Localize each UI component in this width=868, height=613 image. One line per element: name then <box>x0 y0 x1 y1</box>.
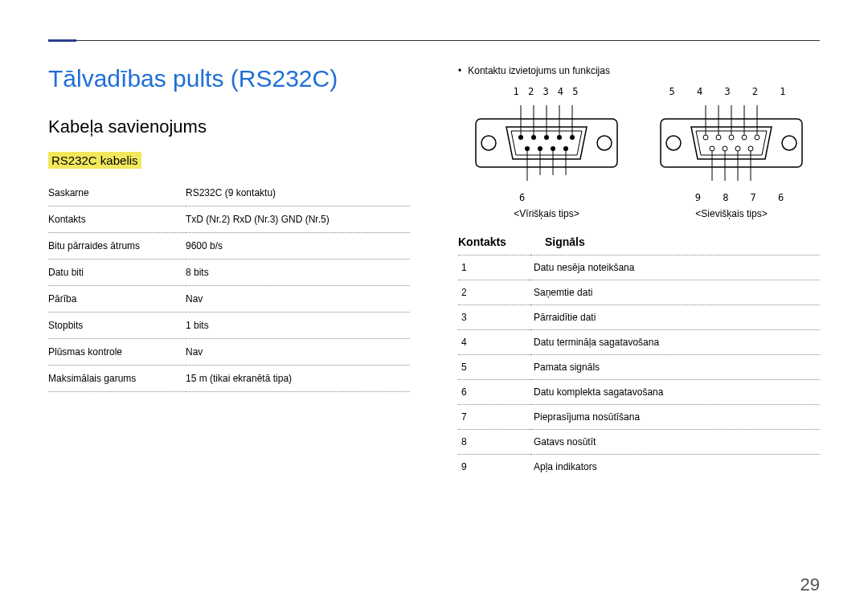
pin-signal: Datu termināļa sagatavošana <box>530 330 820 355</box>
spec-value: 9600 b/s <box>186 233 410 260</box>
svg-point-29 <box>710 146 714 151</box>
pin-number: 7 <box>458 405 530 430</box>
spec-row: PārībaNav <box>48 286 410 313</box>
svg-point-24 <box>703 135 708 140</box>
spec-value: Nav <box>186 286 410 313</box>
spec-value: 15 m (tikai ekranētā tipa) <box>186 366 410 392</box>
spec-label: Pārība <box>48 286 186 313</box>
svg-point-28 <box>755 135 760 140</box>
spec-row: Bitu pārraides ātrums9600 b/s <box>48 233 410 260</box>
pin-signal: Gatavs nosūtīt <box>530 430 820 455</box>
pin-row: 4Datu termināļa sagatavošana <box>458 330 820 355</box>
pin-signal: Apļa indikators <box>530 455 820 480</box>
db9-male-icon <box>474 99 619 187</box>
connectors-row: 1 2 3 4 5 <box>458 86 820 219</box>
pin-header-col2: Signāls <box>545 235 585 248</box>
svg-point-26 <box>729 135 734 140</box>
female-bottom-pins: 9 8 7 6 <box>659 192 804 203</box>
svg-point-27 <box>742 135 747 140</box>
pin-number: 9 <box>458 455 530 480</box>
right-column: Kontaktu izvietojums un funkcijas 1 2 3 … <box>458 65 820 479</box>
pin-row: 9Apļa indikators <box>458 455 820 480</box>
pin-number: 6 <box>458 380 530 405</box>
pin-table: 1Datu nesēja noteikšana2Saņemtie dati3Pā… <box>458 255 820 479</box>
svg-point-25 <box>716 135 721 140</box>
spec-row: Plūsmas kontroleNav <box>48 339 410 366</box>
spec-label: Stopbits <box>48 313 186 339</box>
female-caption: <Sievišķais tips> <box>659 208 804 219</box>
spec-table: SaskarneRS232C (9 kontaktu)KontaktsTxD (… <box>48 180 410 392</box>
spec-row: KontaktsTxD (Nr.2) RxD (Nr.3) GND (Nr.5) <box>48 206 410 233</box>
pin-number: 8 <box>458 430 530 455</box>
svg-point-11 <box>563 146 568 151</box>
pin-signal: Saņemtie dati <box>530 280 820 305</box>
spec-label: Bitu pārraides ātrums <box>48 233 186 260</box>
svg-point-4 <box>531 135 536 140</box>
spec-value: 8 bits <box>186 260 410 286</box>
page-top-accent <box>48 39 76 42</box>
male-bottom-pins: 6 <box>474 192 619 203</box>
left-column: Tālvadības pults (RS232C) Kabeļa savieno… <box>48 65 410 479</box>
spec-label: Saskarne <box>48 180 186 206</box>
svg-point-22 <box>666 136 681 150</box>
svg-point-1 <box>481 136 496 150</box>
spec-value: 1 bits <box>186 313 410 339</box>
spec-value: RS232C (9 kontaktu) <box>186 180 410 206</box>
svg-point-32 <box>748 146 753 151</box>
pin-signal: Datu komplekta sagatavošana <box>530 380 820 405</box>
pin-row: 6Datu komplekta sagatavošana <box>458 380 820 405</box>
pin-row: 7Pieprasījuma nosūtīšana <box>458 405 820 430</box>
pin-row: 5Pamata signāls <box>458 355 820 380</box>
svg-point-3 <box>518 135 523 140</box>
pin-row: 1Datu nesēja noteikšana <box>458 255 820 280</box>
pin-row: 3Pārraidītie dati <box>458 305 820 330</box>
pin-signal: Datu nesēja noteikšana <box>530 255 820 280</box>
pin-number: 4 <box>458 330 530 355</box>
spec-row: Stopbits1 bits <box>48 313 410 339</box>
page-number: 29 <box>800 574 820 595</box>
page-title: Tālvadības pults (RS232C) <box>48 65 410 92</box>
svg-point-2 <box>597 136 612 150</box>
db9-female-icon <box>659 99 804 187</box>
pin-signal: Pamata signāls <box>530 355 820 380</box>
female-top-pins: 5 4 3 2 1 <box>659 86 804 97</box>
pin-signal: Pārraidītie dati <box>530 305 820 330</box>
svg-point-8 <box>525 146 530 151</box>
svg-point-6 <box>557 135 562 140</box>
svg-point-23 <box>782 136 796 150</box>
pin-header-col1: Kontakts <box>458 235 506 248</box>
pin-number: 5 <box>458 355 530 380</box>
spec-label: Maksimālais garums <box>48 366 186 392</box>
spec-row: SaskarneRS232C (9 kontaktu) <box>48 180 410 206</box>
male-caption: <Vīrišķais tips> <box>474 208 619 219</box>
page-top-rule <box>48 40 820 41</box>
pin-number: 1 <box>458 255 530 280</box>
pin-signal: Pieprasījuma nosūtīšana <box>530 405 820 430</box>
spec-label: Plūsmas kontrole <box>48 339 186 366</box>
svg-point-31 <box>735 146 740 151</box>
pin-number: 2 <box>458 280 530 305</box>
spec-row: Maksimālais garums15 m (tikai ekranētā t… <box>48 366 410 392</box>
connector-male: 1 2 3 4 5 <box>474 86 619 219</box>
pin-number: 3 <box>458 305 530 330</box>
pin-table-header: Kontakts Signāls <box>458 235 820 248</box>
sub-title: RS232C kabelis <box>48 152 141 169</box>
svg-point-7 <box>570 135 575 140</box>
pin-row: 8Gatavs nosūtīt <box>458 430 820 455</box>
right-heading: Kontaktu izvietojums un funkcijas <box>458 65 820 76</box>
spec-label: Datu biti <box>48 260 186 286</box>
svg-point-5 <box>544 135 549 140</box>
svg-point-9 <box>538 146 542 151</box>
spec-value: TxD (Nr.2) RxD (Nr.3) GND (Nr.5) <box>186 206 410 233</box>
svg-point-30 <box>723 146 727 151</box>
spec-value: Nav <box>186 339 410 366</box>
spec-label: Kontakts <box>48 206 186 233</box>
spec-row: Datu biti8 bits <box>48 260 410 286</box>
pin-row: 2Saņemtie dati <box>458 280 820 305</box>
svg-point-10 <box>551 146 555 151</box>
connector-female: 5 4 3 2 1 <box>659 86 804 219</box>
male-top-pins: 1 2 3 4 5 <box>474 86 619 97</box>
section-title: Kabeļa savienojums <box>48 116 410 137</box>
